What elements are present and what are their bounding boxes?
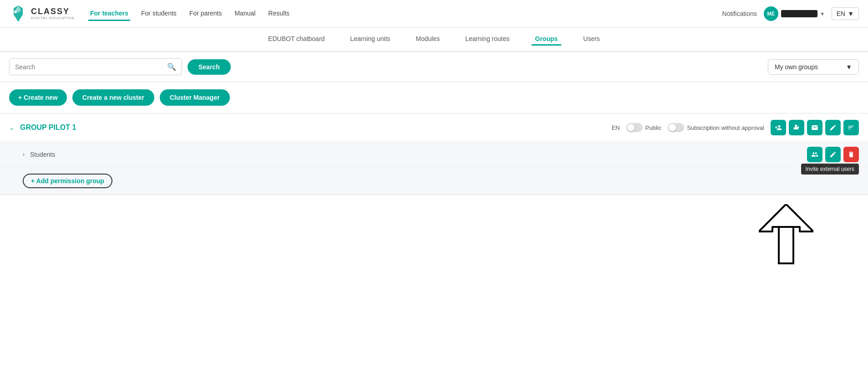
nav-groups[interactable]: Groups	[532, 33, 562, 46]
group-header: ⌄ GROUP PILOT 1 EN Public Subscription w…	[0, 113, 868, 142]
lang-dropdown-arrow: ▼	[848, 10, 854, 17]
search-row: 🔍 Search My own groups ▼	[0, 52, 868, 82]
up-arrow-annotation	[759, 204, 813, 268]
main-navigation: For teachers For students For parents Ma…	[88, 7, 709, 21]
user-name-blurred	[781, 10, 817, 17]
user-initials: MÉ	[764, 6, 778, 21]
logo-icon	[9, 5, 27, 23]
subscription-toggle[interactable]	[668, 123, 684, 132]
nav-for-teachers[interactable]: For teachers	[88, 7, 130, 21]
user-dropdown-arrow[interactable]: ▼	[820, 11, 825, 16]
logo-text: CLASSY DIGITAL EDUCATION	[31, 7, 75, 21]
user-badge[interactable]: MÉ ▼	[764, 6, 825, 21]
language-selector[interactable]: EN ▼	[832, 7, 859, 20]
groups-filter-label: My own groups	[775, 63, 818, 71]
nav-edubot[interactable]: EDUBOT chatboard	[264, 33, 328, 46]
nav-learning-routes[interactable]: Learning routes	[462, 33, 513, 46]
group-action-icons	[771, 120, 859, 135]
nav-results[interactable]: Results	[266, 7, 291, 21]
logo-sub-text: DIGITAL EDUCATION	[31, 16, 75, 21]
sub-row-title: Students	[30, 151, 802, 158]
group-collapse-chevron[interactable]: ⌄	[9, 124, 15, 131]
search-button[interactable]: Search	[188, 59, 231, 75]
annotation-arrow-container	[0, 195, 868, 277]
second-navigation: EDUBOT chatboard Learning units Modules …	[0, 28, 868, 52]
create-new-button[interactable]: + Create new	[9, 89, 67, 106]
invite-external-tooltip: Invite external users	[801, 164, 859, 175]
public-toggle-label: Public	[645, 124, 661, 131]
group-settings-icon[interactable]	[843, 120, 859, 135]
public-toggle[interactable]	[626, 123, 643, 132]
nav-learning-units[interactable]: Learning units	[346, 33, 394, 46]
nav-users[interactable]: Users	[579, 33, 604, 46]
top-right-area: Notifications MÉ ▼ EN ▼	[722, 6, 859, 21]
logo-main-text: CLASSY	[31, 7, 75, 16]
svg-marker-4	[759, 204, 813, 231]
sub-delete-icon[interactable]	[843, 147, 859, 162]
sub-row-students: › Students	[0, 142, 868, 167]
group-email-icon[interactable]	[807, 120, 822, 135]
sub-edit-icon[interactable]	[825, 147, 841, 162]
svg-rect-3	[779, 227, 793, 263]
groups-filter-dropdown[interactable]: My own groups ▼	[768, 59, 859, 75]
svg-point-2	[14, 10, 17, 13]
group-edit-icon[interactable]	[825, 120, 841, 135]
notifications-link[interactable]: Notifications	[722, 10, 757, 17]
search-input[interactable]	[15, 63, 163, 71]
create-cluster-button[interactable]: Create a new cluster	[72, 89, 154, 106]
group-remove-users-icon[interactable]	[789, 120, 804, 135]
group-lang-badge: EN	[612, 124, 620, 131]
nav-manual[interactable]: Manual	[233, 7, 257, 21]
nav-for-parents[interactable]: For parents	[188, 7, 224, 21]
search-input-wrapper: 🔍	[9, 58, 182, 75]
action-buttons-row: + Create new Create a new cluster Cluste…	[0, 82, 868, 113]
sub-row-chevron[interactable]: ›	[23, 151, 25, 158]
lang-label: EN	[837, 10, 845, 17]
add-permission-group-link[interactable]: + Add permission group	[23, 174, 112, 188]
public-toggle-wrapper: Public	[626, 123, 661, 132]
group-title: GROUP PILOT 1	[20, 123, 606, 132]
group-controls: EN Public Subscription without approval	[612, 120, 859, 135]
logo: CLASSY DIGITAL EDUCATION	[9, 5, 75, 23]
subscription-toggle-label: Subscription without approval	[687, 124, 764, 131]
subscription-toggle-wrapper: Subscription without approval	[668, 123, 764, 132]
sub-users-icon[interactable]	[807, 147, 822, 162]
search-icon: 🔍	[167, 62, 176, 71]
add-permission-group-row: + Add permission group Invite external u…	[0, 167, 868, 195]
sub-action-icons	[807, 147, 859, 162]
groups-filter-arrow: ▼	[846, 63, 852, 71]
group-add-users-icon[interactable]	[771, 120, 786, 135]
nav-modules[interactable]: Modules	[412, 33, 443, 46]
nav-for-students[interactable]: For students	[139, 7, 178, 21]
group-section: ⌄ GROUP PILOT 1 EN Public Subscription w…	[0, 113, 868, 195]
top-navigation: CLASSY DIGITAL EDUCATION For teachers Fo…	[0, 0, 868, 28]
cluster-manager-button[interactable]: Cluster Manager	[160, 89, 230, 106]
